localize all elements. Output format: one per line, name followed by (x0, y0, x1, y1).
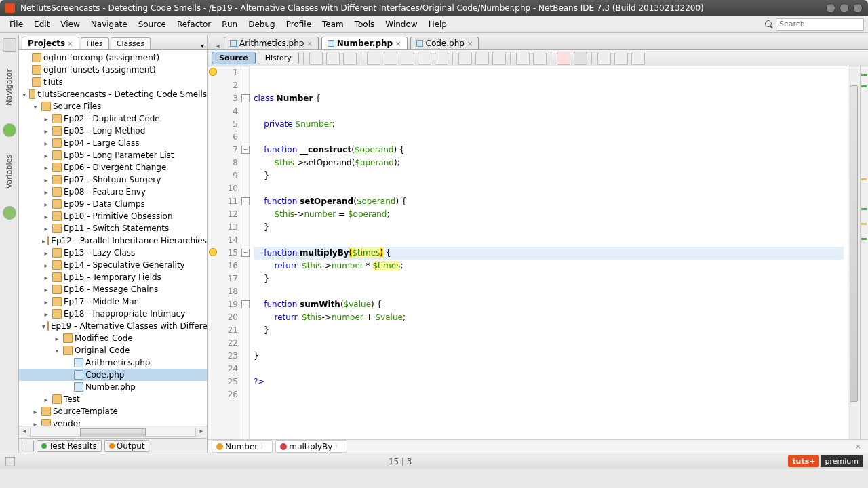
view-history-tab[interactable]: History (258, 52, 299, 64)
panel-menu-icon[interactable]: ▾ (198, 42, 207, 49)
tree-node[interactable]: ▸Ep09 - Data Clumps (19, 198, 207, 210)
panel-tab-files[interactable]: Files (81, 37, 109, 49)
fold-column[interactable] (241, 66, 250, 439)
editor-tab-arithmetics[interactable]: Arithmetics.php× (224, 37, 319, 49)
maximize-button[interactable] (840, 3, 849, 13)
tree-node[interactable]: tTuts (19, 76, 207, 88)
tree-node[interactable]: ogfun-funsets (assignment) (19, 64, 207, 76)
scroll-thumb[interactable] (80, 428, 146, 436)
close-icon[interactable]: × (307, 40, 312, 47)
tree-node[interactable]: ▸Ep17 - Middle Man (19, 296, 207, 308)
tree-node[interactable]: ogfun-forcomp (assignment) (19, 52, 207, 64)
tree-node[interactable]: ▸Ep18 - Inappropriate Intimacy (19, 308, 207, 320)
highlight-button[interactable] (418, 52, 431, 65)
tree-node[interactable]: ▸Ep06 - Divergent Change (19, 161, 207, 174)
panel-tab-projects[interactable]: Projects× (22, 37, 79, 49)
menu-help[interactable]: Help (423, 18, 452, 30)
tree-node[interactable]: ▸Ep07 - Shotgun Surgery (19, 174, 207, 186)
shift-right-button[interactable] (533, 52, 547, 65)
find-next-button[interactable] (401, 52, 414, 65)
tree-node[interactable]: ▾tTutsScreencasts - Detecting Code Smell… (19, 88, 207, 100)
tab-test-results[interactable]: Test Results (37, 440, 102, 452)
bottom-dock-icon[interactable] (22, 441, 34, 451)
menu-source[interactable]: Source (133, 18, 172, 30)
scroll-thumb[interactable] (850, 85, 858, 403)
editor-vscrollbar[interactable] (848, 66, 860, 439)
scroll-left-icon[interactable]: ◂ (19, 427, 30, 438)
tree-node[interactable]: ▾Ep19 - Alternative Classes with Differe… (19, 320, 207, 332)
prev-bookmark-button[interactable] (458, 52, 472, 65)
menu-window[interactable]: Window (380, 18, 422, 30)
tool-button[interactable] (435, 52, 448, 65)
scroll-right-icon[interactable]: ▸ (196, 427, 207, 438)
tree-node[interactable]: ▸Ep11 - Switch Statements (19, 222, 207, 235)
panel-tab-classes[interactable]: Classes (111, 37, 151, 49)
menu-debug[interactable]: Debug (243, 18, 280, 30)
find-prev-button[interactable] (384, 52, 397, 65)
tree-node[interactable]: Arithmetics.php (19, 357, 207, 369)
tree-node[interactable]: ▸Ep02 - Duplicated Code (19, 113, 207, 125)
menu-refactor[interactable]: Refactor (172, 18, 216, 30)
tree-node[interactable]: Code.php (19, 369, 207, 381)
tree-node[interactable]: ▸Ep10 - Primitive Obsession (19, 210, 207, 222)
project-tree[interactable]: ogfun-forcomp (assignment)ogfun-funsets … (19, 50, 207, 426)
view-source-tab[interactable]: Source (212, 52, 256, 64)
minimize-button[interactable] (826, 3, 835, 13)
search-input[interactable] (776, 18, 864, 30)
tree-node[interactable]: ▸Modified Code (19, 332, 207, 344)
nav-forward-button[interactable] (326, 52, 340, 65)
tree-node[interactable]: ▸Ep03 - Long Method (19, 125, 207, 137)
editor-tab-number[interactable]: Number.php× (321, 37, 408, 49)
editor-tab-code[interactable]: Code.php× (410, 37, 479, 49)
find-button[interactable] (367, 52, 380, 65)
toggle-bookmark-button[interactable] (492, 52, 506, 65)
code-content[interactable]: class Number { private $number; function… (250, 66, 848, 439)
menu-tools[interactable]: Tools (349, 18, 380, 30)
tree-node[interactable]: ▾Original Code (19, 344, 207, 357)
tree-node[interactable]: ▸Ep14 - Speculative Generality (19, 259, 207, 271)
menu-run[interactable]: Run (216, 18, 243, 30)
tree-node[interactable]: ▸SourceTemplate (19, 405, 207, 418)
line-number-gutter[interactable]: 1234567891011121314151617181920212223242… (208, 66, 241, 439)
tree-node[interactable]: ▸Ep08 - Feature Envy (19, 186, 207, 198)
error-stripe[interactable] (860, 66, 868, 439)
comment-button[interactable] (597, 52, 611, 65)
tree-node[interactable]: ▾Source Files (19, 100, 207, 113)
shift-left-button[interactable] (516, 52, 530, 65)
menu-file[interactable]: File (4, 18, 28, 30)
dock-icon[interactable] (3, 38, 16, 52)
breadcrumb-class[interactable]: Number〉 (212, 440, 273, 453)
macro-stop-button[interactable] (574, 52, 587, 65)
status-tool-icon[interactable] (5, 457, 15, 466)
tree-node[interactable]: ▸Ep05 - Long Parameter List (19, 149, 207, 161)
status-icon[interactable] (3, 123, 16, 137)
side-tab-navigator[interactable]: Navigator (3, 65, 15, 110)
close-button[interactable] (853, 3, 863, 13)
close-icon[interactable]: × (395, 40, 401, 47)
macro-record-button[interactable] (557, 52, 570, 65)
tool-button[interactable] (631, 52, 645, 65)
uncomment-button[interactable] (614, 52, 628, 65)
tab-nav-left-icon[interactable]: ◂ (212, 42, 224, 49)
breadcrumb-close-icon[interactable]: × (852, 442, 864, 451)
close-icon[interactable]: × (67, 40, 73, 47)
tree-node[interactable]: ▸Ep04 - Large Class (19, 137, 207, 149)
nav-back-button[interactable] (309, 52, 323, 65)
menu-edit[interactable]: Edit (28, 18, 55, 30)
panel-hscrollbar[interactable]: ◂ ▸ (19, 426, 207, 438)
tab-output[interactable]: Output (104, 440, 150, 452)
tree-node[interactable]: Number.php (19, 381, 207, 393)
menu-view[interactable]: View (55, 18, 85, 30)
menu-navigate[interactable]: Navigate (85, 18, 133, 30)
menu-profile[interactable]: Profile (281, 18, 317, 30)
tree-node[interactable]: ▸Ep15 - Temporary Fields (19, 271, 207, 283)
tree-node[interactable]: ▸Ep13 - Lazy Class (19, 247, 207, 259)
tree-node[interactable]: ▸vendor (19, 418, 207, 426)
close-icon[interactable]: × (467, 40, 473, 47)
tree-node[interactable]: ▸Ep12 - Parallel Inheritance Hierarchies (19, 235, 207, 247)
side-tool-icon[interactable] (3, 206, 16, 220)
tree-node[interactable]: ▸Test (19, 393, 207, 405)
breadcrumb-method[interactable]: multiplyBy〉 (275, 440, 347, 453)
tool-button[interactable] (343, 52, 357, 65)
menu-team[interactable]: Team (317, 18, 349, 30)
